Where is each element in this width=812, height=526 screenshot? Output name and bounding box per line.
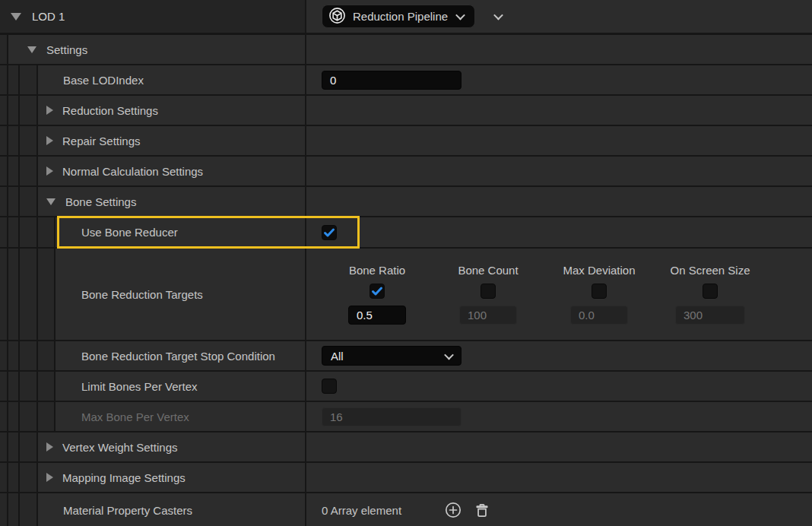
header-chevron-down-icon[interactable] [493,11,503,21]
row-label: Base LODIndex [63,74,144,87]
row-label: Bone Settings [65,195,136,208]
indent-guide [38,372,54,401]
expander-down-icon[interactable] [46,198,56,205]
delete-array-button[interactable] [474,502,490,519]
max-deviation-checkbox[interactable] [592,284,607,299]
indent-guide [0,96,7,125]
row-base-lod-index: Base LODIndex [0,65,812,94]
row-label: Vertex Weight Settings [62,441,177,454]
expander-right-icon[interactable] [46,473,53,482]
reduction-pipeline-button[interactable]: Reduction Pipeline [322,5,475,28]
indent-guide [0,493,7,526]
row-label: Bone Reduction Targets [81,288,203,301]
indent-guide [8,463,18,492]
indent-guide [0,187,7,216]
use-bone-reducer-checkbox[interactable] [322,225,337,240]
indent-guide [20,433,36,461]
indent-guide [8,402,18,431]
indent-guide [0,157,7,185]
row-label: Max Bone Per Vertex [81,410,189,423]
indent-guide [20,493,36,526]
on-screen-size-checkbox[interactable] [703,284,718,299]
bone-reduction-targets-grid: Bone Ratio Bone Count [322,249,766,340]
max-bone-per-vertex-input [322,407,462,426]
target-column-bone-count: Bone Count [433,264,544,325]
row-bone-settings[interactable]: Bone Settings [0,187,812,216]
row-label: Settings [46,43,87,56]
expander-right-icon[interactable] [46,136,53,145]
indent-guide [0,341,7,370]
indent-guide [20,157,36,185]
row-use-bone-reducer: Use Bone Reducer [0,217,812,247]
base-lod-index-input[interactable] [322,71,462,90]
row-label: Repair Settings [62,135,141,147]
bone-ratio-checkbox[interactable] [370,284,385,299]
expand-arrow-icon[interactable] [11,13,21,21]
on-screen-size-input [675,306,745,325]
indent-guide [0,217,7,247]
expander-down-icon[interactable] [27,46,36,53]
indent-guide [0,65,7,94]
row-label: Use Bone Reducer [81,226,178,239]
pipeline-chevron-down-icon [455,11,465,21]
max-deviation-input [570,306,628,325]
indent-guide [20,217,36,247]
dropdown-chevron-down-icon [444,350,454,360]
lod-header-row: LOD 1 Reduction Pipeline [0,0,812,33]
row-vertex-weight-settings[interactable]: Vertex Weight Settings [0,433,812,461]
indent-guide [0,126,7,155]
row-label: Limit Bones Per Vertex [81,380,198,393]
indent-guide [8,65,18,94]
indent-guide [8,96,18,125]
indent-guide [38,341,54,370]
row-label: Material Property Casters [63,504,192,517]
target-column-bone-ratio: Bone Ratio [322,264,433,325]
indent-guide [20,126,36,155]
bone-ratio-input[interactable] [348,306,406,325]
row-label: Normal Calculation Settings [62,165,203,178]
row-repair-settings[interactable]: Repair Settings [0,126,812,155]
row-stop-condition: Bone Reduction Target Stop Condition All [0,341,812,370]
indent-guide [8,126,18,155]
row-normal-calculation-settings[interactable]: Normal Calculation Settings [0,157,812,185]
indent-guide [0,463,7,492]
add-array-element-button[interactable] [444,501,462,519]
indent-guide [8,157,18,185]
row-label: Mapping Image Settings [62,471,186,484]
row-settings-category[interactable]: Settings [0,35,812,64]
indent-guide [20,187,36,216]
bone-count-input [459,306,517,325]
expander-right-icon[interactable] [46,166,53,176]
indent-guide [20,249,36,340]
indent-guide [8,249,18,340]
bone-count-checkbox[interactable] [481,284,496,299]
indent-guide [0,433,7,461]
indent-guide [8,187,18,216]
column-label: Max Deviation [563,264,635,277]
indent-guide [20,402,36,431]
pipeline-button-label: Reduction Pipeline [353,10,448,23]
indent-guide [38,402,54,431]
plus-circle-icon [444,501,462,519]
pipeline-cube-icon [328,7,346,27]
indent-guide [8,341,18,370]
row-reduction-settings[interactable]: Reduction Settings [0,96,812,125]
row-label: Reduction Settings [62,104,158,117]
indent-guide [0,249,7,340]
dropdown-selected-value: All [331,350,344,363]
details-panel: LOD 1 Reduction Pipeline [0,0,812,526]
array-element-count: 0 Array element [322,504,401,517]
column-label: Bone Count [458,264,518,277]
trash-icon [474,502,490,519]
column-label: On Screen Size [670,264,750,277]
row-mapping-image-settings[interactable]: Mapping Image Settings [0,463,812,492]
expander-right-icon[interactable] [46,106,53,115]
limit-bones-per-vertex-checkbox[interactable] [322,379,337,394]
expander-right-icon[interactable] [46,442,53,452]
indent-guide [8,217,18,247]
stop-condition-dropdown[interactable]: All [322,346,462,366]
row-bone-reduction-targets: Bone Reduction Targets Bone Ratio [0,249,812,340]
indent-guide [8,433,18,461]
indent-guide [38,249,54,340]
indent-guide [20,96,36,125]
